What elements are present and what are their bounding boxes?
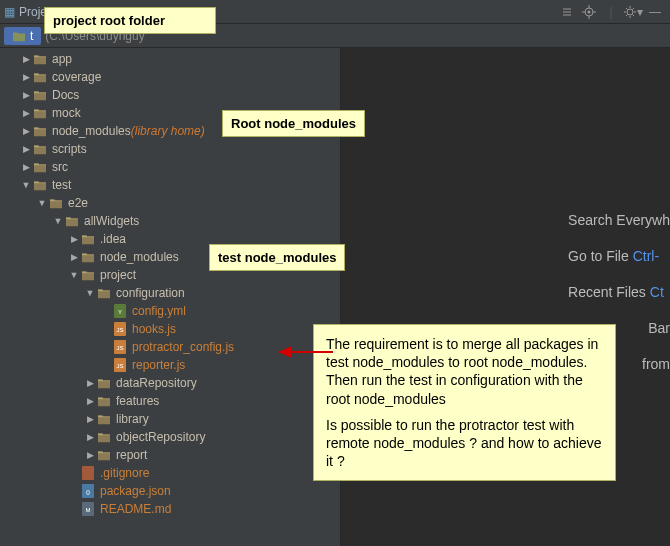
tree-item-label: app <box>52 52 72 66</box>
tree-item-label: .gitignore <box>100 466 149 480</box>
tree-item-label: reporter.js <box>132 358 185 372</box>
tree-item-label: package.json <box>100 484 171 498</box>
tree-item-label: protractor_config.js <box>132 340 234 354</box>
expand-arrow-icon[interactable]: ▶ <box>84 378 96 388</box>
tree-item-label: report <box>116 448 147 462</box>
library-badge: (library home) <box>131 124 205 138</box>
svg-point-2 <box>627 9 633 15</box>
folder-icon <box>96 429 112 445</box>
callout-root-node-modules: Root node_modules <box>222 110 365 137</box>
expand-arrow-icon[interactable]: ▶ <box>84 450 96 460</box>
tree-item-label: README.md <box>100 502 171 516</box>
expand-arrow-icon[interactable]: ▼ <box>52 216 64 226</box>
svg-text:Y: Y <box>118 309 122 315</box>
expand-arrow-icon[interactable]: ▼ <box>36 198 48 208</box>
hint-recent: Recent Files Ct <box>568 280 670 304</box>
svg-point-1 <box>588 10 591 13</box>
callout-test-node-modules: test node_modules <box>209 244 345 271</box>
folder-icon <box>32 105 48 121</box>
tree-item-label: allWidgets <box>84 214 139 228</box>
svg-rect-11 <box>82 466 94 480</box>
svg-text:JS: JS <box>116 327 123 333</box>
tree-item-label: scripts <box>52 142 87 156</box>
tree-item-label: node_modules <box>100 250 179 264</box>
tree-item-label: objectRepository <box>116 430 205 444</box>
expand-arrow-icon[interactable]: ▶ <box>20 72 32 82</box>
folder-icon <box>96 411 112 427</box>
expand-arrow-icon[interactable]: ▶ <box>84 432 96 442</box>
file-icon: M <box>80 501 96 517</box>
folder-icon <box>48 195 64 211</box>
expand-arrow-icon[interactable]: ▶ <box>20 162 32 172</box>
folder-icon <box>32 177 48 193</box>
tree-item-label: config.yml <box>132 304 186 318</box>
expand-arrow-icon[interactable]: ▼ <box>84 288 96 298</box>
expand-arrow-icon[interactable]: ▶ <box>68 252 80 262</box>
expand-arrow-icon[interactable]: ▶ <box>20 54 32 64</box>
tree-item-label: hooks.js <box>132 322 176 336</box>
breadcrumb-root[interactable]: t <box>4 27 41 45</box>
folder-icon <box>32 123 48 139</box>
tree-item-label: test <box>52 178 71 192</box>
folder-icon <box>80 267 96 283</box>
breadcrumb-root-label: t <box>30 29 33 43</box>
folder-icon <box>32 87 48 103</box>
file-icon: JS <box>112 357 128 373</box>
tree-item-label: mock <box>52 106 81 120</box>
expand-arrow-icon[interactable]: ▼ <box>20 180 32 190</box>
expand-arrow-icon[interactable]: ▶ <box>20 144 32 154</box>
callout-root-folder: project root folder <box>44 7 216 34</box>
callout-requirement: The requirement is to merge all packages… <box>313 324 616 481</box>
header-actions: | ▾ — <box>556 1 666 23</box>
folder-icon <box>96 375 112 391</box>
tree-item-label: src <box>52 160 68 174</box>
file-icon: JS <box>112 321 128 337</box>
folder-icon <box>80 231 96 247</box>
folder-icon <box>96 285 112 301</box>
tree-item-label: Docs <box>52 88 79 102</box>
expand-arrow-icon[interactable]: ▶ <box>68 234 80 244</box>
tree-item-label: coverage <box>52 70 101 84</box>
hint-goto: Go to File Ctrl- <box>568 244 670 268</box>
svg-text:JS: JS <box>116 363 123 369</box>
svg-text:JS: JS <box>116 345 123 351</box>
tree-item-label: project <box>100 268 136 282</box>
expand-arrow-icon[interactable]: ▶ <box>84 396 96 406</box>
svg-text:M: M <box>86 507 91 513</box>
folder-icon <box>32 141 48 157</box>
tree-item-label: features <box>116 394 159 408</box>
file-icon: Y <box>112 303 128 319</box>
hint-search: Search Everywh <box>568 208 670 232</box>
tree-item-label: configuration <box>116 286 185 300</box>
expand-arrow-icon[interactable]: ▶ <box>84 414 96 424</box>
target-icon[interactable] <box>578 1 600 23</box>
expand-arrow-icon[interactable]: ▶ <box>20 90 32 100</box>
divider: | <box>600 1 622 23</box>
project-icon: ▦ <box>4 5 15 19</box>
file-icon: JS <box>112 339 128 355</box>
folder-icon <box>32 51 48 67</box>
hide-icon[interactable]: — <box>644 1 666 23</box>
tree-item-label: .idea <box>100 232 126 246</box>
folder-icon <box>80 249 96 265</box>
folder-icon <box>64 213 80 229</box>
expand-arrow-icon[interactable]: ▶ <box>20 126 32 136</box>
expand-arrow-icon[interactable]: ▶ <box>20 108 32 118</box>
folder-icon <box>96 393 112 409</box>
folder-icon <box>96 447 112 463</box>
tree-item-label: library <box>116 412 149 426</box>
tree-item-label: node_modules <box>52 124 131 138</box>
file-icon: {} <box>80 483 96 499</box>
collapse-icon[interactable] <box>556 1 578 23</box>
gear-icon[interactable]: ▾ <box>622 1 644 23</box>
folder-icon <box>32 69 48 85</box>
folder-icon <box>32 159 48 175</box>
file-icon <box>80 465 96 481</box>
tree-item-label: e2e <box>68 196 88 210</box>
tree-item-label: dataRepository <box>116 376 197 390</box>
expand-arrow-icon[interactable]: ▼ <box>68 270 80 280</box>
svg-text:{}: {} <box>86 489 90 495</box>
arrow-icon <box>278 342 338 362</box>
